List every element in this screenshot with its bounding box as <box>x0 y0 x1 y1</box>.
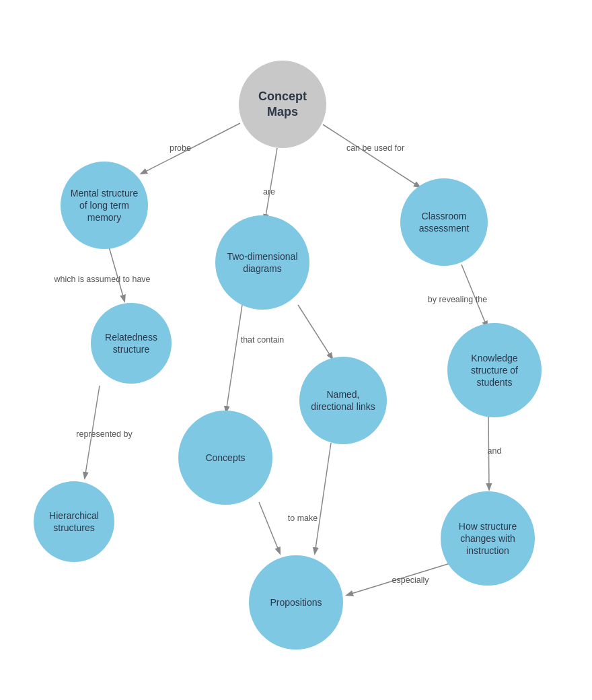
node-named: Named, directional links <box>299 357 387 444</box>
svg-line-3 <box>109 247 124 301</box>
svg-line-6 <box>298 305 332 359</box>
label-to-make: to make <box>288 514 318 523</box>
node-twodim: Two-dimensional diagrams <box>215 215 309 310</box>
node-propositions: Propositions <box>249 555 343 650</box>
node-relatedness: Relatedness structure <box>91 303 172 384</box>
svg-line-11 <box>347 563 452 595</box>
label-that-contain: that contain <box>241 335 285 345</box>
node-concepts: Concepts <box>178 411 272 505</box>
label-by-revealing: by revealing the <box>428 295 487 304</box>
label-and: and <box>488 446 502 456</box>
node-root: Concept Maps <box>239 61 326 148</box>
svg-line-1 <box>265 148 277 220</box>
svg-line-0 <box>141 123 240 174</box>
label-which-assumed: which is assumed to have <box>54 275 150 284</box>
node-mental: Mental structure of long term memory <box>61 162 148 249</box>
concept-map-diagram: probe are can be used for which is assum… <box>0 0 592 700</box>
label-represented-by: represented by <box>76 429 132 439</box>
svg-line-9 <box>259 502 280 553</box>
label-probe: probe <box>170 143 191 153</box>
node-classroom: Classroom assessment <box>400 178 488 266</box>
node-howstructure: How structure changes with instruction <box>441 491 535 586</box>
label-are: are <box>263 187 275 197</box>
svg-line-10 <box>315 443 331 553</box>
label-can-be-used: can be used for <box>346 143 404 153</box>
svg-line-5 <box>226 305 242 412</box>
svg-line-7 <box>85 386 100 478</box>
node-hierarchical: Hierarchical structures <box>34 481 114 562</box>
svg-line-8 <box>488 415 489 489</box>
node-knowledge: Knowledge structure of students <box>447 323 542 417</box>
label-especially: especially <box>392 575 429 585</box>
svg-line-4 <box>461 265 487 327</box>
svg-line-2 <box>323 125 420 187</box>
